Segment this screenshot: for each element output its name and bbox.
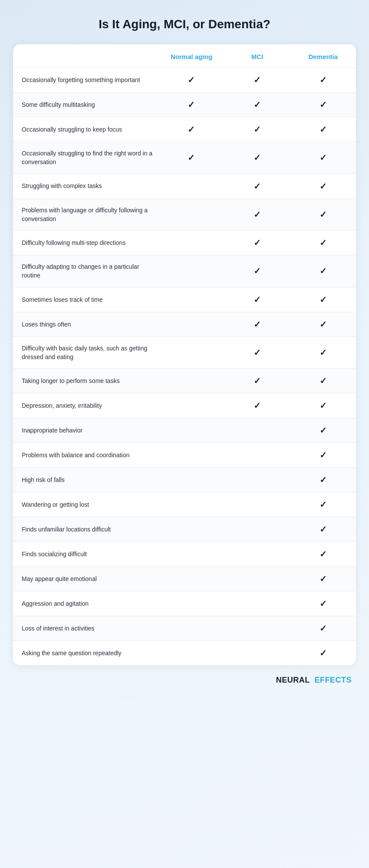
check-icon: ✓ — [320, 75, 327, 85]
mci-cell — [224, 443, 290, 468]
mci-cell: ✓ — [224, 369, 290, 393]
dementia-cell: ✓ — [290, 641, 356, 666]
aging-cell — [158, 369, 224, 393]
table-row: Inappropriate behavior✓ — [13, 418, 356, 443]
check-icon: ✓ — [320, 181, 327, 191]
symptom-cell: Finds unfamiliar locations difficult — [13, 517, 158, 542]
dementia-cell: ✓ — [290, 198, 356, 231]
comparison-table: Normal aging MCI Dementia Occasionally f… — [13, 44, 356, 665]
check-icon: ✓ — [320, 347, 327, 358]
check-icon: ✓ — [188, 152, 195, 163]
brand-effects: EFFECTS — [314, 676, 352, 684]
table-row: Loses things often✓✓ — [13, 312, 356, 337]
mci-cell — [224, 591, 290, 616]
check-icon: ✓ — [254, 319, 261, 330]
mci-cell — [224, 567, 290, 591]
comparison-table-container: Normal aging MCI Dementia Occasionally f… — [13, 44, 356, 665]
check-icon: ✓ — [320, 648, 327, 658]
aging-cell — [158, 231, 224, 255]
dementia-cell: ✓ — [290, 468, 356, 492]
check-icon: ✓ — [320, 319, 327, 330]
table-row: Problems with language or difficulty fol… — [13, 198, 356, 231]
dementia-cell: ✓ — [290, 255, 356, 287]
brand-neural: NEURAL — [276, 676, 310, 684]
check-icon: ✓ — [254, 400, 261, 411]
check-icon: ✓ — [254, 75, 261, 85]
aging-cell — [158, 641, 224, 666]
table-row: Some difficulty multitasking✓✓✓ — [13, 92, 356, 117]
table-row: Difficulty following multi-step directio… — [13, 231, 356, 255]
symptom-cell: Difficulty with basic daily tasks, such … — [13, 337, 158, 369]
aging-cell: ✓ — [158, 92, 224, 117]
check-icon: ✓ — [320, 124, 327, 135]
check-icon: ✓ — [254, 181, 261, 191]
table-row: Wandering or getting lost✓ — [13, 492, 356, 517]
col-symptom-header — [13, 44, 158, 68]
table-row: Occasionally struggling to find the righ… — [13, 142, 356, 174]
table-row: High risk of falls✓ — [13, 468, 356, 492]
dementia-cell: ✓ — [290, 492, 356, 517]
symptom-cell: Occasionally struggling to keep focus — [13, 117, 158, 142]
mci-cell — [224, 641, 290, 666]
symptom-cell: Loses things often — [13, 312, 158, 337]
symptom-cell: Struggling with complex tasks — [13, 174, 158, 198]
aging-cell — [158, 492, 224, 517]
table-row: Finds socializing difficult✓ — [13, 542, 356, 567]
dementia-cell: ✓ — [290, 443, 356, 468]
symptom-cell: Difficulty adapting to changes in a part… — [13, 255, 158, 287]
symptom-cell: Problems with language or difficulty fol… — [13, 198, 158, 231]
mci-cell: ✓ — [224, 337, 290, 369]
table-row: May appear quite emotional✓ — [13, 567, 356, 591]
dementia-cell: ✓ — [290, 174, 356, 198]
dementia-cell: ✓ — [290, 68, 356, 92]
mci-cell — [224, 517, 290, 542]
table-row: Sometimes loses track of time✓✓ — [13, 287, 356, 312]
check-icon: ✓ — [188, 75, 195, 85]
check-icon: ✓ — [254, 347, 261, 358]
check-icon: ✓ — [320, 499, 327, 510]
check-icon: ✓ — [254, 238, 261, 248]
table-row: Occasionally struggling to keep focus✓✓✓ — [13, 117, 356, 142]
check-icon: ✓ — [320, 209, 327, 220]
aging-cell — [158, 591, 224, 616]
check-icon: ✓ — [254, 124, 261, 135]
symptom-cell: Finds socializing difficult — [13, 542, 158, 567]
table-row: Struggling with complex tasks✓✓ — [13, 174, 356, 198]
aging-cell — [158, 567, 224, 591]
table-header-row: Normal aging MCI Dementia — [13, 44, 356, 68]
dementia-cell: ✓ — [290, 142, 356, 174]
check-icon: ✓ — [320, 376, 327, 386]
dementia-cell: ✓ — [290, 369, 356, 393]
mci-cell — [224, 418, 290, 443]
table-row: Occasionally forgetting something import… — [13, 68, 356, 92]
col-aging-header: Normal aging — [158, 44, 224, 68]
dementia-cell: ✓ — [290, 312, 356, 337]
dementia-cell: ✓ — [290, 418, 356, 443]
check-icon: ✓ — [254, 294, 261, 305]
symptom-cell: Difficulty following multi-step directio… — [13, 231, 158, 255]
check-icon: ✓ — [188, 124, 195, 135]
check-icon: ✓ — [320, 152, 327, 163]
symptom-cell: Wandering or getting lost — [13, 492, 158, 517]
table-row: Aggression and agitation✓ — [13, 591, 356, 616]
table-row: Difficulty adapting to changes in a part… — [13, 255, 356, 287]
check-icon: ✓ — [320, 450, 327, 460]
check-icon: ✓ — [320, 99, 327, 110]
check-icon: ✓ — [320, 400, 327, 411]
aging-cell — [158, 418, 224, 443]
footer: NEURAL EFFECTS — [13, 676, 356, 685]
check-icon: ✓ — [320, 294, 327, 305]
symptom-cell: Occasionally forgetting something import… — [13, 68, 158, 92]
mci-cell: ✓ — [224, 393, 290, 418]
mci-cell: ✓ — [224, 142, 290, 174]
symptom-cell: Asking the same question repeatedly — [13, 641, 158, 666]
check-icon: ✓ — [188, 99, 195, 110]
symptom-cell: Problems with balance and coordination — [13, 443, 158, 468]
mci-cell — [224, 492, 290, 517]
dementia-cell: ✓ — [290, 517, 356, 542]
check-icon: ✓ — [254, 266, 261, 276]
aging-cell — [158, 174, 224, 198]
dementia-cell: ✓ — [290, 92, 356, 117]
symptom-cell: Depression, anxiety, irritability — [13, 393, 158, 418]
symptom-cell: Occasionally struggling to find the righ… — [13, 142, 158, 174]
